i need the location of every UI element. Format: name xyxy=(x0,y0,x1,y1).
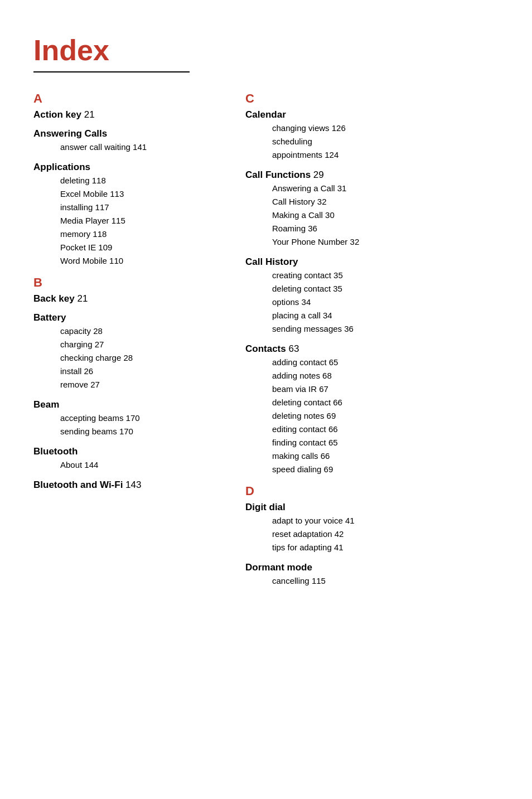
battery-subs: capacity 28 charging 27 checking charge … xyxy=(33,325,234,391)
sub-pocket-ie: Pocket IE 109 xyxy=(60,241,234,254)
sub-options: options 34 xyxy=(272,296,499,309)
dormant-mode-label: Dormant mode xyxy=(245,562,499,573)
call-functions-page: 29 xyxy=(313,170,324,180)
bluetooth-label: Bluetooth xyxy=(33,446,234,457)
entry-call-history: Call History creating contact 35 deletin… xyxy=(245,256,499,336)
sub-placing-a-call: placing a call 34 xyxy=(272,309,499,322)
sub-deleting-contact: deleting contact 66 xyxy=(272,396,499,409)
sub-making-a-call: Making a Call 30 xyxy=(272,209,499,222)
sub-appointments: appointments 124 xyxy=(272,148,499,162)
sub-checking-charge: checking charge 28 xyxy=(60,351,234,365)
entry-applications: Applications deleting 118 Excel Mobile 1… xyxy=(33,162,234,268)
sub-your-phone-number: Your Phone Number 32 xyxy=(272,235,499,249)
contacts-label: Contacts xyxy=(245,343,286,354)
sub-remove: remove 27 xyxy=(60,378,234,391)
sub-word-mobile: Word Mobile 110 xyxy=(60,254,234,268)
sub-sending-beams: sending beams 170 xyxy=(60,425,234,438)
entry-dormant-mode: Dormant mode cancelling 115 xyxy=(245,562,499,588)
entry-answering-calls: Answering Calls answer call waiting 141 xyxy=(33,128,234,154)
sub-deleting-contact-ch: deleting contact 35 xyxy=(272,282,499,296)
sub-reset-adaptation: reset adaptation 42 xyxy=(272,527,499,541)
section-b: B Back key 21 Battery capacity 28 chargi… xyxy=(33,275,234,491)
sub-media-player: Media Player 115 xyxy=(60,214,234,227)
sub-editing-contact: editing contact 66 xyxy=(272,423,499,436)
dormant-mode-subs: cancelling 115 xyxy=(245,574,499,588)
sub-changing-views: changing views 126 xyxy=(272,122,499,135)
sub-installing: installing 117 xyxy=(60,201,234,214)
sub-beam-via-ir: beam via IR 67 xyxy=(272,382,499,396)
sub-finding-contact: finding contact 65 xyxy=(272,436,499,449)
entry-contacts: Contacts 63 adding contact 65 adding not… xyxy=(245,343,499,476)
sub-adding-notes: adding notes 68 xyxy=(272,369,499,382)
letter-d: D xyxy=(245,484,499,498)
call-functions-subs: Answering a Call 31 Call History 32 Maki… xyxy=(245,182,499,249)
sub-charging: charging 27 xyxy=(60,338,234,351)
sub-about: About 144 xyxy=(60,458,234,472)
contacts-subs: adding contact 65 adding notes 68 beam v… xyxy=(245,356,499,476)
applications-label: Applications xyxy=(33,162,234,173)
sub-adding-contact: adding contact 65 xyxy=(272,356,499,369)
digit-dial-label: Digit dial xyxy=(245,502,499,513)
sub-call-history-cf: Call History 32 xyxy=(272,195,499,209)
back-key-label: Back key xyxy=(33,293,75,304)
sub-answering-a-call: Answering a Call 31 xyxy=(272,182,499,195)
call-functions-label: Call Functions xyxy=(245,170,311,180)
call-history-label: Call History xyxy=(245,256,499,268)
entry-bluetooth-wifi: Bluetooth and Wi-Fi 143 xyxy=(33,480,234,491)
sub-speed-dialing: speed dialing 69 xyxy=(272,463,499,476)
calendar-subs: changing views 126 scheduling appointmen… xyxy=(245,122,499,162)
battery-label: Battery xyxy=(33,312,234,323)
sub-deleting-notes: deleting notes 69 xyxy=(272,409,499,423)
entry-battery: Battery capacity 28 charging 27 checking… xyxy=(33,312,234,391)
calendar-label: Calendar xyxy=(245,109,499,120)
sub-accepting-beams: accepting beams 170 xyxy=(60,411,234,425)
sub-deleting: deleting 118 xyxy=(60,174,234,187)
bluetooth-wifi-page: 143 xyxy=(125,480,141,490)
sub-adapt-voice: adapt to your voice 41 xyxy=(272,514,499,527)
answering-calls-subs: answer call waiting 141 xyxy=(33,141,234,154)
sub-creating-contact: creating contact 35 xyxy=(272,269,499,282)
letter-c: C xyxy=(245,91,499,106)
section-d: D Digit dial adapt to your voice 41 rese… xyxy=(245,484,499,588)
sub-scheduling: scheduling xyxy=(272,135,499,148)
applications-subs: deleting 118 Excel Mobile 113 installing… xyxy=(33,174,234,268)
title-divider xyxy=(33,71,190,72)
bluetooth-subs: About 144 xyxy=(33,458,234,472)
sub-excel-mobile: Excel Mobile 113 xyxy=(60,187,234,201)
entry-calendar: Calendar changing views 126 scheduling a… xyxy=(245,109,499,162)
contacts-page: 63 xyxy=(288,343,299,354)
page-title: Index xyxy=(33,33,499,67)
entry-digit-dial: Digit dial adapt to your voice 41 reset … xyxy=(245,502,499,554)
sub-roaming: Roaming 36 xyxy=(272,222,499,235)
back-key-page: 21 xyxy=(77,293,88,304)
beam-subs: accepting beams 170 sending beams 170 xyxy=(33,411,234,438)
sub-cancelling: cancelling 115 xyxy=(272,574,499,588)
digit-dial-subs: adapt to your voice 41 reset adaptation … xyxy=(245,514,499,554)
entry-back-key: Back key 21 xyxy=(33,293,234,304)
entry-beam: Beam accepting beams 170 sending beams 1… xyxy=(33,399,234,438)
answering-calls-label: Answering Calls xyxy=(33,128,234,139)
section-c: C Calendar changing views 126 scheduling… xyxy=(245,91,499,476)
sub-sending-messages: sending messages 36 xyxy=(272,322,499,336)
sub-capacity: capacity 28 xyxy=(60,325,234,338)
sub-making-calls: making calls 66 xyxy=(272,449,499,463)
entry-call-functions: Call Functions 29 Answering a Call 31 Ca… xyxy=(245,170,499,249)
letter-b: B xyxy=(33,275,234,290)
sub-memory: memory 118 xyxy=(60,227,234,241)
entry-bluetooth: Bluetooth About 144 xyxy=(33,446,234,472)
section-a: A Action key 21 Answering Calls answer c… xyxy=(33,91,234,268)
call-history-subs: creating contact 35 deleting contact 35 … xyxy=(245,269,499,336)
beam-label: Beam xyxy=(33,399,234,410)
bluetooth-wifi-label: Bluetooth and Wi-Fi xyxy=(33,480,123,490)
entry-action-key: Action key 21 xyxy=(33,109,234,120)
letter-a: A xyxy=(33,91,234,106)
action-key-page: 21 xyxy=(84,109,95,120)
left-column: A Action key 21 Answering Calls answer c… xyxy=(33,86,245,595)
sub-tips-adapting: tips for adapting 41 xyxy=(272,541,499,554)
action-key-label: Action key xyxy=(33,109,81,120)
right-column: C Calendar changing views 126 scheduling… xyxy=(245,86,499,595)
sub-install: install 26 xyxy=(60,365,234,378)
sub-answer-call-waiting: answer call waiting 141 xyxy=(60,141,234,154)
